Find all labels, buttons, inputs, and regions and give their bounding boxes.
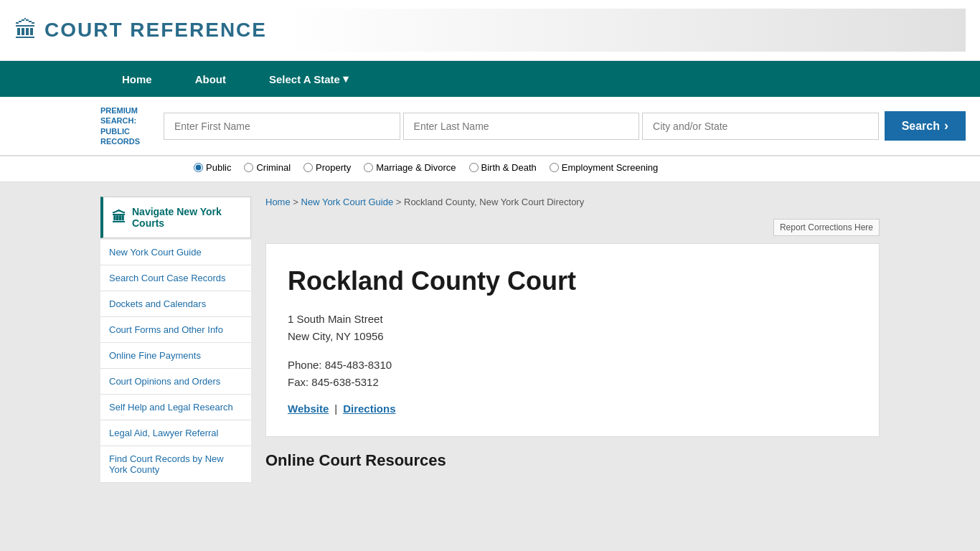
search-button[interactable]: Search	[885, 111, 966, 141]
breadcrumb-separator-2: >	[396, 197, 404, 207]
filter-employment-radio[interactable]	[550, 163, 559, 172]
report-corrections-button[interactable]: Report Corrections Here	[773, 219, 880, 236]
filter-public-radio[interactable]	[194, 163, 203, 172]
sidebar-active-label: Navigate New York Courts	[132, 206, 242, 229]
first-name-input[interactable]	[164, 113, 400, 140]
filter-birth-death[interactable]: Birth & Death	[469, 162, 537, 173]
site-title: COURT REFERENCE	[44, 19, 267, 42]
court-links: Website | Directions	[288, 402, 857, 415]
filter-property-radio[interactable]	[303, 163, 313, 172]
court-contact: Phone: 845-483-8310 Fax: 845-638-5312	[288, 357, 857, 391]
search-bar: PREMIUM SEARCH: PUBLIC RECORDS Search	[0, 97, 980, 156]
court-phone: Phone: 845-483-8310	[288, 359, 392, 371]
main-nav: Home About Select A State	[0, 61, 980, 97]
premium-label: PREMIUM SEARCH: PUBLIC RECORDS	[100, 105, 158, 146]
breadcrumb: Home > New York Court Guide > Rockland C…	[265, 197, 880, 207]
sidebar: 🏛 Navigate New York Courts New York Cour…	[100, 197, 251, 483]
sidebar-item-self-help[interactable]: Self Help and Legal Research	[100, 395, 251, 420]
search-inputs	[164, 113, 879, 140]
online-resources-title: Online Court Resources	[265, 451, 880, 470]
nav-select-state[interactable]: Select A State	[248, 61, 370, 97]
court-fax: Fax: 845-638-5312	[288, 376, 379, 388]
court-directions-link[interactable]: Directions	[343, 402, 395, 415]
filter-employment[interactable]: Employment Screening	[550, 162, 658, 173]
nav-home[interactable]: Home	[100, 61, 174, 97]
navigate-courts-icon: 🏛	[112, 209, 126, 226]
nav-about[interactable]: About	[174, 61, 248, 97]
filter-employment-label: Employment Screening	[562, 162, 658, 173]
breadcrumb-current: Rockland County, New York Court Director…	[404, 197, 584, 207]
main-panel: Home > New York Court Guide > Rockland C…	[265, 197, 880, 483]
sidebar-item-ny-court-guide[interactable]: New York Court Guide	[100, 240, 251, 265]
court-address-line2: New City, NY 10956	[288, 330, 384, 342]
sidebar-item-court-forms[interactable]: Court Forms and Other Info	[100, 317, 251, 343]
sidebar-item-legal-aid[interactable]: Legal Aid, Lawyer Referral	[100, 420, 251, 446]
filter-criminal[interactable]: Criminal	[244, 162, 291, 173]
breadcrumb-ny-court-guide[interactable]: New York Court Guide	[301, 197, 394, 207]
filter-marriage-radio[interactable]	[364, 163, 373, 172]
court-name: Rockland County Court	[288, 265, 857, 296]
content-wrapper: 🏛 Navigate New York Courts New York Cour…	[0, 182, 980, 497]
court-website-link[interactable]: Website	[288, 402, 329, 415]
court-address: 1 South Main Street New City, NY 10956	[288, 311, 857, 345]
breadcrumb-home[interactable]: Home	[265, 197, 291, 207]
courthouse-icon: 🏛	[14, 17, 37, 44]
last-name-input[interactable]	[403, 113, 640, 140]
filter-birth-radio[interactable]	[469, 163, 479, 172]
filter-property[interactable]: Property	[303, 162, 351, 173]
filter-public[interactable]: Public	[194, 162, 231, 173]
filter-marriage-label: Marriage & Divorce	[376, 162, 456, 173]
search-filters: Public Criminal Property Marriage & Divo…	[0, 156, 980, 182]
sidebar-item-search-records[interactable]: Search Court Case Records	[100, 265, 251, 291]
logo-area: 🏛 COURT REFERENCE	[14, 17, 267, 44]
sidebar-active-item: 🏛 Navigate New York Courts	[100, 197, 251, 238]
filter-marriage-divorce[interactable]: Marriage & Divorce	[364, 162, 456, 173]
sidebar-item-court-opinions[interactable]: Court Opinions and Orders	[100, 369, 251, 395]
site-header: 🏛 COURT REFERENCE	[0, 0, 980, 61]
filter-criminal-radio[interactable]	[244, 163, 253, 172]
filter-property-label: Property	[316, 162, 351, 173]
breadcrumb-separator-1: >	[293, 197, 301, 207]
filter-criminal-label: Criminal	[256, 162, 291, 173]
filter-public-label: Public	[206, 162, 231, 173]
filter-birth-label: Birth & Death	[481, 162, 537, 173]
court-card: Rockland County Court 1 South Main Stree…	[265, 243, 880, 437]
report-corrections-area: Report Corrections Here	[265, 219, 880, 236]
court-address-line1: 1 South Main Street	[288, 313, 383, 325]
sidebar-item-online-fine[interactable]: Online Fine Payments	[100, 343, 251, 369]
city-state-input[interactable]	[642, 113, 879, 140]
sidebar-item-dockets[interactable]: Dockets and Calendars	[100, 291, 251, 317]
header-background	[281, 9, 966, 52]
sidebar-item-find-court-records[interactable]: Find Court Records by New York County	[100, 446, 251, 483]
link-separator: |	[334, 402, 337, 415]
